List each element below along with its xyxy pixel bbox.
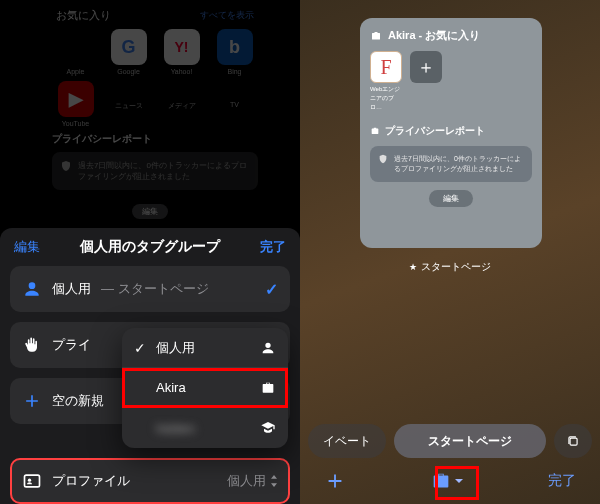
- toolbar-private-button[interactable]: イベート: [308, 424, 386, 458]
- favorite-bing[interactable]: b: [217, 29, 253, 65]
- plus-icon: [22, 391, 42, 411]
- briefcase-icon: [370, 126, 380, 136]
- favorites-panel: お気に入り すべてを表示 Apple GGoogle Y!Yahoo! bBin…: [52, 8, 258, 127]
- favorite-yahoo[interactable]: Y!: [164, 29, 200, 65]
- highlight-profile-button: [435, 466, 479, 500]
- favorite-youtube[interactable]: ▶: [58, 81, 94, 117]
- tabs-icon: [566, 434, 580, 448]
- privacy-card: 過去7日間以内に、0件のトラッカーによるプロファイリングが阻止されました: [52, 152, 258, 190]
- privacy-title: プライバシーレポート: [52, 132, 258, 146]
- sheet-done-button[interactable]: 完了: [260, 238, 286, 256]
- popover-hidden[interactable]: hidden: [122, 408, 288, 448]
- popover-akira[interactable]: Akira: [122, 368, 288, 408]
- preview-title: Akira - お気に入り: [370, 28, 532, 43]
- person-icon: [260, 340, 276, 356]
- phone-right: Akira - お気に入り F Webエンジニアのブロ… ＋ プライバシーレポー…: [300, 0, 600, 504]
- profile-card-icon: [22, 471, 42, 491]
- start-page-label: ★スタートページ: [300, 260, 600, 274]
- phone-left: お気に入り すべてを表示 Apple GGoogle Y!Yahoo! bBin…: [0, 0, 300, 504]
- privacy-section-dim: プライバシーレポート 過去7日間以内に、0件のトラッカーによるプロファイリングが…: [52, 132, 258, 190]
- graduation-icon: [260, 420, 276, 436]
- hand-icon: [22, 335, 42, 355]
- bottom-done-button[interactable]: 完了: [548, 472, 576, 490]
- row-profile[interactable]: プロファイル 個人用: [10, 458, 290, 504]
- fav-tile-f[interactable]: F: [370, 51, 402, 83]
- plus-icon[interactable]: [324, 470, 346, 492]
- start-page-preview[interactable]: Akira - お気に入り F Webエンジニアのブロ… ＋ プライバシーレポー…: [360, 18, 542, 248]
- person-icon: [22, 279, 42, 299]
- shield-icon: [60, 160, 72, 172]
- svg-rect-2: [570, 438, 577, 445]
- profile-popover: ✓個人用 Akira hidden: [122, 328, 288, 448]
- shield-icon: [378, 154, 388, 164]
- favorites-showall-link[interactable]: すべてを表示: [200, 9, 254, 22]
- row-personal-start[interactable]: 個人用 — スタートページ ✓: [10, 266, 290, 312]
- tab-toolbar: イベート スタートページ: [308, 424, 592, 458]
- briefcase-icon: [370, 30, 382, 42]
- preview-privacy-card: 過去7日間以内に、0件のトラッカーによるプロファイリングが阻止されました: [370, 146, 532, 182]
- favorites-title: お気に入り: [56, 8, 111, 23]
- briefcase-icon: [260, 380, 276, 396]
- preview-edit-button[interactable]: 編集: [429, 190, 473, 207]
- toolbar-count-button[interactable]: [554, 424, 592, 458]
- svg-point-1: [28, 479, 31, 482]
- star-icon: ★: [409, 262, 417, 272]
- favorite-google[interactable]: G: [111, 29, 147, 65]
- favorite-apple[interactable]: [58, 29, 94, 65]
- sheet-title: 個人用のタブグループ: [80, 238, 220, 256]
- fav-add-button[interactable]: ＋: [410, 51, 442, 83]
- svg-rect-0: [25, 475, 40, 487]
- sheet-edit-button[interactable]: 編集: [14, 238, 40, 256]
- edit-chip-dim[interactable]: 編集: [132, 204, 168, 219]
- popover-personal[interactable]: ✓個人用: [122, 328, 288, 368]
- toolbar-startpage-button[interactable]: スタートページ: [394, 424, 546, 458]
- updown-icon: [270, 475, 278, 487]
- check-icon: ✓: [265, 280, 278, 299]
- fav-tile-label: Webエンジニアのブロ…: [370, 85, 402, 112]
- preview-privacy-title: プライバシーレポート: [370, 124, 532, 138]
